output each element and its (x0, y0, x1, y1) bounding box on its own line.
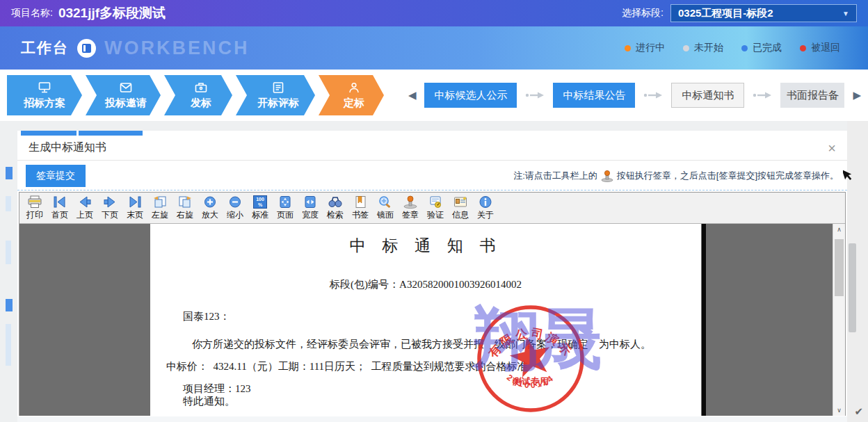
rotate-right-button[interactable]: 右旋 (172, 195, 198, 221)
last-page-button[interactable]: 末页 (122, 195, 147, 221)
zoom-in-button[interactable]: 放大 (198, 195, 223, 221)
rotate-right-icon (177, 195, 193, 209)
about-icon (478, 195, 493, 209)
stage-prev-icon[interactable]: ◀ (408, 89, 417, 102)
document-icon (271, 81, 285, 94)
page-shadow (702, 224, 706, 416)
workbench-bar: 工作台 WORKBENCH 进行中 未开始 已完成 被退回 (0, 26, 868, 70)
step-award[interactable]: 定标 (319, 75, 384, 115)
step-open-evaluate[interactable]: 开标评标 (236, 75, 315, 115)
zoom-100-icon: 100 % (253, 195, 267, 209)
project-name-label: 项目名称: (11, 7, 53, 19)
print-icon (27, 195, 42, 209)
step-bid-invitation[interactable]: 投标邀请 (86, 75, 161, 115)
first-page-icon (52, 195, 67, 209)
rotate-left-icon (152, 195, 168, 209)
document-closing: 特此通知。 (183, 395, 235, 408)
legend-completed: 已完成 (741, 42, 782, 54)
process-nav-row: 招标方案 投标邀请 发标 开标评标 定标 ◀ 中标候选人公示 中标 (0, 70, 868, 121)
pdf-control: 打印 首页 上页 下页 (19, 192, 846, 416)
verify-icon (428, 195, 443, 209)
scroll-down-icon[interactable]: ∨ (833, 407, 845, 414)
backdrop-fragment (6, 167, 13, 179)
about-button[interactable]: 关于 (473, 195, 498, 221)
step-issue-bid[interactable]: 发标 (164, 75, 232, 115)
document-title: 中 标 通 知 书 (150, 235, 701, 257)
info-card-icon (453, 195, 468, 209)
document-recipient: 国泰123： (183, 310, 230, 323)
mouse-cursor (843, 168, 853, 182)
stage-next-icon[interactable]: ▶ (853, 89, 861, 102)
flow-arrow-icon (643, 92, 663, 99)
modal-bottom-strip (17, 416, 847, 422)
bookmark-icon (353, 195, 368, 209)
stamp-button[interactable]: 签章 (398, 195, 423, 221)
workbench-watermark: WORKBENCH (104, 38, 250, 59)
workbench-title: 工作台 (21, 38, 69, 58)
magnifier-button[interactable]: 镜面 (373, 195, 398, 221)
next-page-icon (102, 195, 118, 209)
zoom-100-button[interactable]: 100 % 标准 (248, 195, 273, 221)
close-icon[interactable]: × (828, 141, 836, 155)
info-button[interactable]: 信息 (448, 195, 473, 221)
zoom-out-button[interactable]: 缩小 (223, 195, 248, 221)
legend-not-started: 未开始 (683, 42, 723, 54)
grey-dot-icon (683, 45, 689, 51)
bookmark-button[interactable]: 书签 (348, 195, 373, 221)
search-button[interactable]: 检索 (323, 195, 348, 221)
viewer-scrollbar[interactable]: ∧ ∨ (833, 224, 845, 416)
stage-candidate-publicity-button[interactable]: 中标候选人公示 (424, 83, 517, 108)
outer-scroll-strip: ✔ (847, 121, 868, 422)
generate-notice-modal: 生成中标通知书 × 签章提交 注:请点击工具栏上的 按钮执行签章，之后点击[签章… (17, 131, 847, 422)
modal-title: 生成中标通知书 (29, 140, 106, 155)
step-bidding-plan[interactable]: 招标方案 (7, 75, 82, 115)
backdrop-fragment (6, 241, 11, 264)
prev-page-button[interactable]: 上页 (72, 195, 97, 221)
stage-nav: ◀ 中标候选人公示 中标结果公告 中标通知书 书面报告备 ▶ (408, 83, 861, 108)
stage-award-notice-button[interactable]: 中标通知书 (671, 83, 744, 108)
fit-page-button[interactable]: 页面 (273, 195, 298, 221)
section-select-value: 0325工程项目-标段2 (678, 7, 773, 20)
stage-written-report-button[interactable]: 书面报告备 (780, 83, 844, 108)
document-number-line: 标段(包)编号：A3205820001003926014002 (150, 278, 701, 291)
print-button[interactable]: 打印 (22, 195, 47, 221)
red-dot-icon (800, 45, 806, 51)
prev-page-icon (77, 195, 93, 209)
document-page: 中 标 通 知 书 标段(包)编号：A320582000100392601400… (150, 224, 701, 416)
zoom-out-icon (227, 195, 243, 209)
stage-result-announcement-button[interactable]: 中标结果公告 (553, 83, 635, 108)
modal-action-row: 签章提交 注:请点击工具栏上的 按钮执行签章，之后点击[签章提交]按钮完成签章操… (17, 161, 847, 190)
modal-header: 生成中标通知书 × (17, 136, 847, 161)
scroll-up-icon[interactable]: ∧ (833, 226, 845, 233)
legend-in-progress: 进行中 (625, 42, 665, 54)
monitor-icon (38, 81, 51, 94)
flow-arrow-icon (753, 92, 772, 99)
stamp-icon (600, 170, 614, 182)
outer-scrollbar-thumb[interactable] (849, 243, 856, 332)
person-icon (347, 81, 361, 94)
rotate-left-button[interactable]: 左旋 (147, 195, 172, 221)
app-window: 项目名称: 0321jjf多标段测试 选择标段: 0325工程项目-标段2 ▼ … (0, 0, 868, 422)
blue-dot-icon (741, 45, 748, 51)
sign-submit-button[interactable]: 签章提交 (26, 165, 86, 187)
project-name-value: 0321jjf多标段测试 (58, 4, 166, 22)
tab-fragment (79, 131, 143, 136)
section-select-label: 选择标段: (622, 7, 664, 19)
first-page-button[interactable]: 首页 (47, 195, 72, 221)
section-select[interactable]: 0325工程项目-标段2 ▼ (670, 4, 857, 22)
fit-width-icon (303, 195, 318, 209)
backdrop-fragment (6, 324, 11, 366)
scrollbar-thumb[interactable] (835, 239, 844, 296)
document-viewer[interactable]: 中 标 通 知 书 标段(包)编号：A320582000100392601400… (19, 224, 845, 416)
stamp-tool-icon (403, 195, 418, 209)
verify-button[interactable]: 验证 (423, 195, 448, 221)
document-manager-line: 项目经理：123 (183, 382, 251, 396)
last-page-icon (127, 195, 143, 209)
next-page-button[interactable]: 下页 (97, 195, 122, 221)
flow-arrow-icon (525, 92, 545, 99)
workbench-icon (77, 39, 96, 58)
fit-width-button[interactable]: 宽度 (298, 195, 323, 221)
legend-returned: 被退回 (800, 42, 840, 54)
mail-icon (119, 81, 133, 94)
magnifier-icon (378, 195, 393, 209)
